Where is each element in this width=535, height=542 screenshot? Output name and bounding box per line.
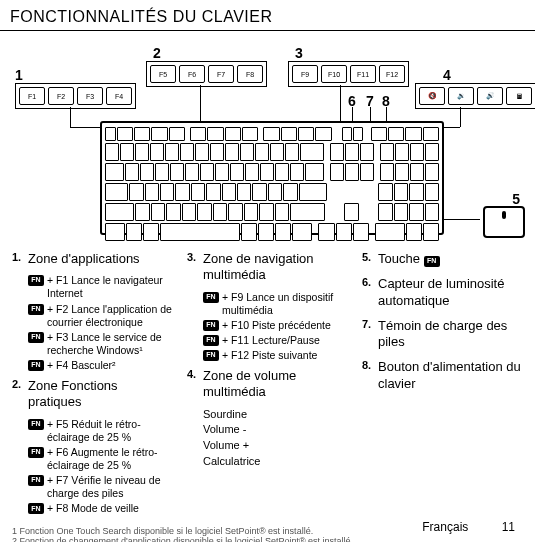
key: F7 [208, 65, 234, 83]
footer-lang: Français [422, 520, 468, 534]
fn-icon: FN [424, 256, 440, 267]
callout-2: 2 [153, 45, 161, 61]
sub-text: + F7 Vérifie le niveau de charge des pil… [47, 474, 173, 500]
keyboard-diagram: 1 2 3 4 5 6 7 8 F1 F2 F3 F4 F5 F6 F7 F8 … [20, 41, 515, 241]
group-4: 🔇 🔉 🔊 🖩 [415, 83, 535, 109]
item-title: Bouton d'alimentation du clavier [378, 359, 523, 392]
fn-icon: FN [28, 332, 44, 343]
item-title: Zone de navigation multimédia [203, 251, 348, 284]
key: 🔇 [419, 87, 445, 105]
sub-text: + F11 Lecture/Pause [222, 334, 320, 347]
fn-icon: FN [28, 475, 44, 486]
key: 🔊 [477, 87, 503, 105]
sub-text: Volume + [203, 439, 348, 453]
sub-text: + F6 Augmente le rétro-éclairage de 25 % [47, 446, 173, 472]
key: F9 [292, 65, 318, 83]
fn-icon: FN [203, 350, 219, 361]
group-3: F9 F10 F11 F12 [288, 61, 409, 87]
sub-text: + F4 Basculer² [47, 359, 116, 372]
sub-text: + F5 Réduit le rétro-éclairage de 25 % [47, 418, 173, 444]
footer-page: 11 [502, 520, 515, 534]
sub-text: + F1 Lance le navigateur Internet [47, 274, 173, 300]
key: F11 [350, 65, 376, 83]
col-b: 3.Zone de navigation multimédia FN+ F9 L… [187, 251, 348, 518]
group-1: F1 F2 F3 F4 [15, 83, 136, 109]
sub-text: Volume - [203, 423, 348, 437]
sub-text: Sourdine [203, 408, 348, 422]
key: 🔉 [448, 87, 474, 105]
callout-1: 1 [15, 67, 23, 83]
item-title: Touche FN [378, 251, 440, 267]
sub-text: + F8 Mode de veille [47, 502, 139, 515]
col-a: 1.Zone d'applications FN+ F1 Lance le na… [12, 251, 173, 518]
callout-4: 4 [443, 67, 451, 83]
fn-icon: FN [203, 335, 219, 346]
fn-icon: FN [28, 419, 44, 430]
item-title: Zone Fonctions pratiques [28, 378, 173, 411]
fn-icon: FN [203, 292, 219, 303]
sub-text: Calculatrice [203, 455, 348, 469]
num: 1. [12, 251, 28, 270]
fn-icon: FN [203, 320, 219, 331]
key: F6 [179, 65, 205, 83]
num: 7. [362, 318, 378, 354]
footnote-2: 2 Fonction de changement d'application d… [12, 536, 523, 543]
fn-icon: FN [28, 304, 44, 315]
item-title: Zone de volume multimédia [203, 368, 348, 401]
key: F8 [237, 65, 263, 83]
key: F1 [19, 87, 45, 105]
key: F5 [150, 65, 176, 83]
callout-3: 3 [295, 45, 303, 61]
fn-icon: FN [28, 447, 44, 458]
item-title: Zone d'applications [28, 251, 140, 267]
key: F2 [48, 87, 74, 105]
mouse-illustration [483, 206, 525, 238]
sub-text: + F9 Lance un dispositif multimédia [222, 291, 348, 317]
sub-text: + F12 Piste suivante [222, 349, 317, 362]
num: 2. [12, 378, 28, 414]
group-2: F5 F6 F7 F8 [146, 61, 267, 87]
keyboard-illustration [100, 121, 444, 235]
num: 4. [187, 368, 203, 404]
sub-text: + F2 Lance l'application de courrier éle… [47, 303, 173, 329]
legend-columns: 1.Zone d'applications FN+ F1 Lance le na… [0, 251, 535, 518]
num: 3. [187, 251, 203, 287]
sub-text: + F3 Lance le service de recherche Windo… [47, 331, 173, 357]
key: F12 [379, 65, 405, 83]
key: F3 [77, 87, 103, 105]
col-c: 5.Touche FN 6.Capteur de luminosité auto… [362, 251, 523, 518]
sub-text: + F10 Piste précédente [222, 319, 331, 332]
footer: Français 11 [422, 520, 515, 534]
fn-icon: FN [28, 275, 44, 286]
key: F4 [106, 87, 132, 105]
fn-icon: FN [28, 360, 44, 371]
num: 8. [362, 359, 378, 395]
item-title: Témoin de charge des piles [378, 318, 523, 351]
num: 5. [362, 251, 378, 270]
fn-icon: FN [28, 503, 44, 514]
page-title: FONCTIONNALITÉS DU CLAVIER [0, 0, 535, 31]
item-title: Capteur de luminosité automatique [378, 276, 523, 309]
num: 6. [362, 276, 378, 312]
key: F10 [321, 65, 347, 83]
key: 🖩 [506, 87, 532, 105]
callout-5: 5 [512, 191, 520, 207]
